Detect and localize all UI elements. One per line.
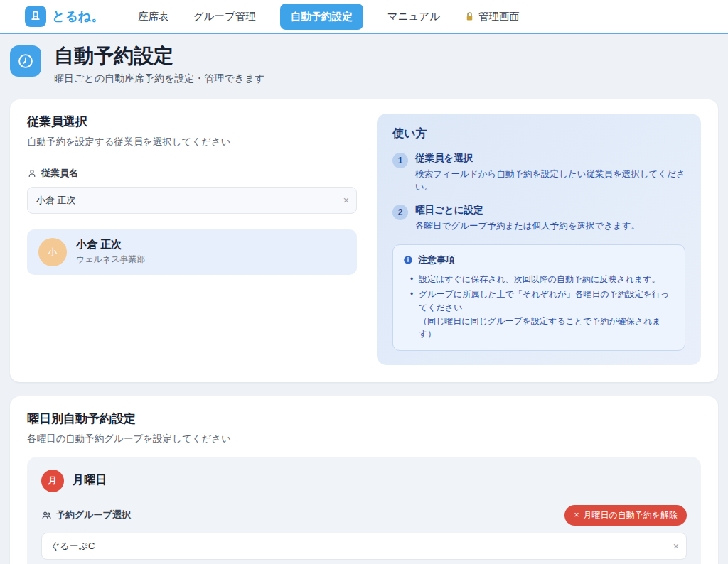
step-1-body: 従業員を選択 検索フィールドから自動予約を設定したい従業員を選択してください。 (415, 152, 685, 195)
weekday-settings-card: 曜日別自動予約設定 各曜日の自動予約グループを設定してください 月 月曜日 (10, 396, 718, 564)
release-x-icon: × (574, 510, 579, 520)
monday-badge: 月 (41, 470, 64, 492)
note-item-1-text: 設定はすぐに保存され、次回以降の自動予約に反映されます。 (419, 274, 660, 284)
info-icon (403, 255, 413, 265)
step-1-badge: 1 (392, 153, 408, 168)
group-select-label-text: 予約グループ選択 (56, 509, 131, 521)
nav-item-auto-reservation[interactable]: 自動予約設定 (280, 4, 363, 30)
note-item: 設定はすぐに保存され、次回以降の自動予約に反映されます。 (410, 273, 675, 286)
group-select-label: 予約グループ選択 (41, 509, 131, 521)
group-search-wrap: × (41, 533, 687, 560)
step-2-badge: 2 (392, 205, 408, 220)
nav-menu: 座席表 グループ管理 自動予約設定 マニュアル 管理画面 (138, 4, 520, 30)
employee-name-label: 従業員名 (27, 167, 357, 180)
app-window: とるね。 座席表 グループ管理 自動予約設定 マニュアル 管理画面 (0, 0, 728, 564)
lock-icon (464, 11, 475, 22)
brand-logo[interactable]: とるね。 (25, 6, 104, 27)
selected-employee-info: 小倉 正次 ウェルネス事業部 (76, 238, 145, 266)
monday-label: 月曜日 (73, 473, 107, 488)
chair-logo-icon (25, 6, 46, 27)
note-title: 注意事項 (418, 254, 455, 266)
usage-panel: 使い方 1 従業員を選択 検索フィールドから自動予約を設定したい従業員を選択して… (377, 114, 701, 365)
monday-panel: 月 月曜日 予約グループ選択 (27, 457, 701, 564)
clear-group-icon[interactable]: × (673, 541, 679, 551)
group-icon (41, 510, 52, 521)
nav-item-manual[interactable]: マニュアル (387, 10, 440, 23)
group-search-input[interactable] (41, 533, 687, 560)
employee-name-label-text: 従業員名 (41, 167, 78, 180)
selected-employee-department: ウェルネス事業部 (76, 254, 145, 266)
usage-title: 使い方 (392, 126, 685, 141)
nav-item-group-management[interactable]: グループ管理 (193, 10, 256, 23)
nav-item-admin-label: 管理画面 (478, 10, 520, 23)
note-list: 設定はすぐに保存され、次回以降の自動予約に反映されます。 グループに所属した上で… (403, 273, 675, 341)
employee-selection-card: 従業員選択 自動予約を設定する従業員を選択してください 従業員名 × (10, 99, 718, 382)
nav-item-admin[interactable]: 管理画面 (464, 10, 520, 23)
person-icon (27, 168, 37, 178)
nav-item-seat-map[interactable]: 座席表 (138, 10, 169, 23)
page-header: 自動予約設定 曜日ごとの自動座席予約を設定・管理できます (10, 34, 718, 99)
usage-step-1: 1 従業員を選択 検索フィールドから自動予約を設定したい従業員を選択してください… (392, 152, 685, 195)
employee-section-title: 従業員選択 (27, 114, 357, 130)
release-button-label: 月曜日の自動予約を解除 (583, 509, 678, 521)
page-title: 自動予約設定 (54, 44, 265, 68)
weekday-section-description: 各曜日の自動予約グループを設定してください (27, 433, 701, 445)
weekday-section-title: 曜日別自動予約設定 (27, 411, 701, 427)
group-select-row: 予約グループ選択 × 月曜日の自動予約を解除 (41, 505, 687, 526)
clear-employee-icon[interactable]: × (343, 195, 349, 205)
usage-column: 使い方 1 従業員を選択 検索フィールドから自動予約を設定したい従業員を選択して… (377, 114, 701, 365)
clock-icon (10, 45, 41, 77)
employee-selection-column: 従業員選択 自動予約を設定する従業員を選択してください 従業員名 × (27, 114, 357, 365)
note-header: 注意事項 (403, 254, 675, 266)
step-1-title: 従業員を選択 (415, 152, 685, 165)
selected-employee-name: 小倉 正次 (76, 238, 145, 251)
step-1-description: 検索フィールドから自動予約を設定したい従業員を選択してください。 (415, 168, 685, 195)
step-2-body: 曜日ごとに設定 各曜日でグループ予約または個人予約を選択できます。 (415, 204, 640, 233)
step-2-description: 各曜日でグループ予約または個人予約を選択できます。 (415, 219, 640, 233)
note-item-2-subtext: （同じ曜日に同じグループを設定することで予約が確保されます） (419, 315, 675, 341)
note-box: 注意事項 設定はすぐに保存され、次回以降の自動予約に反映されます。 グループに所… (392, 244, 685, 351)
employee-section-description: 自動予約を設定する従業員を選択してください (27, 136, 357, 148)
step-2-title: 曜日ごとに設定 (415, 204, 640, 217)
brand-name: とるね。 (52, 8, 104, 25)
selected-employee-card[interactable]: 小 小倉 正次 ウェルネス事業部 (27, 229, 357, 275)
note-item: グループに所属した上で「それぞれが」各曜日の予約設定を行ってください（同じ曜日に… (410, 288, 675, 340)
page-subtitle: 曜日ごとの自動座席予約を設定・管理できます (54, 72, 265, 85)
employee-search-input[interactable] (27, 187, 357, 214)
release-monday-button[interactable]: × 月曜日の自動予約を解除 (564, 505, 687, 526)
usage-step-2: 2 曜日ごとに設定 各曜日でグループ予約または個人予約を選択できます。 (392, 204, 685, 233)
monday-header: 月 月曜日 (41, 470, 687, 492)
top-navbar: とるね。 座席表 グループ管理 自動予約設定 マニュアル 管理画面 (0, 0, 728, 34)
page-header-text: 自動予約設定 曜日ごとの自動座席予約を設定・管理できます (54, 44, 265, 85)
employee-search-wrap: × (27, 187, 357, 214)
selected-employee-avatar: 小 (38, 238, 67, 266)
note-item-2-text: グループに所属した上で「それぞれが」各曜日の予約設定を行ってください (419, 289, 669, 313)
